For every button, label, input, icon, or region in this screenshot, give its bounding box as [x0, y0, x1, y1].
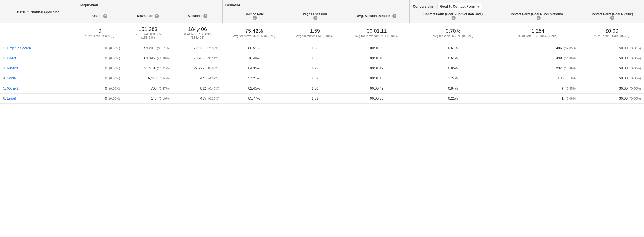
channel-link[interactable]: Email — [7, 96, 16, 100]
table-row: 1. Organic Search 0 (0.00%) 59,201 (39.1… — [0, 43, 644, 53]
cell-conv-val: $0.00 (0.00%) — [580, 63, 644, 73]
totals-avg-session: 00:01:11 Avg for View: 00:01:11 (0.00%) — [344, 23, 410, 43]
users-pct: (0.00%) — [109, 67, 120, 70]
cell-bounce: 80.51% — [222, 43, 286, 53]
cell-users: 0 (0.00%) — [76, 53, 123, 63]
col-header-new-users: New Users ? — [123, 11, 173, 23]
col-header-conv-value: Contact Form (Goal 6 Value) ? — [580, 11, 644, 23]
cell-conv-val: $0.00 (0.00%) — [580, 53, 644, 63]
conv-val-pct: (0.00%) — [630, 57, 641, 60]
conv-val-pct: (0.00%) — [630, 46, 641, 50]
conv-comp-value: 486 — [556, 46, 562, 50]
conv-val-help-icon[interactable]: ? — [610, 16, 614, 20]
cell-conv-rate: 0.21% — [410, 94, 496, 104]
data-rows: 1. Organic Search 0 (0.00%) 59,201 (39.1… — [0, 43, 644, 104]
first-col-header: Default Channel Grouping — [0, 0, 76, 23]
conv-comp-help-icon[interactable]: ? — [537, 16, 541, 20]
conv-comp-pct: (37.85%) — [564, 46, 577, 50]
channel-link[interactable]: Social — [7, 76, 16, 80]
new-users-help-icon[interactable]: ? — [155, 14, 159, 18]
cell-sessions: 8,471 (4.59%) — [173, 73, 222, 83]
totals-conv-comp: 1,284 % of Total: 100.00% (1,284) — [496, 23, 580, 43]
sessions-help-icon[interactable]: ? — [203, 14, 207, 18]
cell-sessions: 485 (0.26%) — [173, 94, 222, 104]
new-users-pct: (39.11%) — [157, 46, 170, 50]
behavior-label: Behavior — [225, 3, 240, 7]
cell-users: 0 (0.00%) — [76, 94, 123, 104]
totals-sessions: 184,406 % of Total: 100.00% (184,406) — [173, 23, 222, 43]
cell-conv-val: $0.00 (0.00%) — [580, 73, 644, 83]
behavior-header: Behavior — [222, 0, 410, 11]
acquisition-label: Acquisition — [79, 3, 98, 7]
row-number: 5. — [3, 86, 6, 90]
cell-conv-rate: 0.61% — [410, 53, 496, 63]
avg-session-help-icon[interactable]: ? — [392, 14, 396, 18]
cell-pages: 1.31 — [286, 94, 344, 104]
cell-conv-rate: 0.67% — [410, 43, 496, 53]
row-channel-cell: 1. Organic Search — [0, 43, 76, 53]
cell-new-users: 148 (0.10%) — [123, 94, 173, 104]
totals-row: 0 % of Total: 0.00% (0) 151,383 % of Tot… — [0, 23, 644, 43]
totals-users: 0 % of Total: 0.00% (0) — [76, 23, 123, 43]
row-number: 4. — [3, 76, 6, 80]
cell-new-users: 6,413 (4.24%) — [123, 73, 173, 83]
conversions-header: Conversions Goal 6: Contact Form ▼ — [410, 0, 644, 11]
cell-new-users: 63,395 (41.88%) — [123, 53, 173, 63]
table-row: 3. Referral 0 (0.00%) 21,518 (14.21%) 27… — [0, 63, 644, 73]
sessions-pct: (39.55%) — [207, 46, 219, 50]
cell-conv-comp: 105 (8.18%) — [496, 73, 580, 83]
conv-comp-value: 237 — [556, 66, 562, 70]
conv-val-pct: (0.00%) — [630, 87, 641, 90]
cell-conv-rate: 0.85% — [410, 63, 496, 73]
cell-sessions: 832 (0.45%) — [173, 83, 222, 94]
cell-bounce: 64.35% — [222, 63, 286, 73]
col-header-conv-rate: Contact Form (Goal 6 Conversion Rate) ? — [410, 11, 496, 23]
cell-pages: 1.58 — [286, 43, 344, 53]
channel-link[interactable]: (Other) — [7, 86, 18, 90]
channel-link[interactable]: Referral — [7, 66, 19, 70]
pages-help-icon[interactable]: ? — [313, 16, 317, 20]
cell-conv-val: $0.00 (0.00%) — [580, 83, 644, 94]
channel-link[interactable]: Organic Search — [7, 46, 31, 50]
new-users-pct: (0.47%) — [159, 87, 170, 90]
table-row: 6. Email 0 (0.00%) 148 (0.10%) 485 (0.26… — [0, 94, 644, 104]
cell-bounce: 85.77% — [222, 94, 286, 104]
cell-users: 0 (0.00%) — [76, 73, 123, 83]
cell-bounce: 82.45% — [222, 83, 286, 94]
cell-conv-comp: 448 (34.89%) — [496, 53, 580, 63]
cell-sessions: 72,933 (39.55%) — [173, 43, 222, 53]
bounce-help-icon[interactable]: ? — [253, 16, 257, 20]
col-header-avg-session: Avg. Session Duration ? — [344, 11, 410, 23]
users-pct: (0.00%) — [109, 46, 120, 50]
cell-avg-session: 00:00:49 — [344, 83, 410, 94]
channel-link[interactable]: Direct — [7, 56, 16, 60]
totals-conv-rate: 0.70% Avg for View: 0.70% (0.00%) — [410, 23, 496, 43]
sessions-pct: (40.11%) — [207, 57, 219, 60]
cell-avg-session: 00:01:15 — [344, 73, 410, 83]
cell-avg-session: 00:01:10 — [344, 53, 410, 63]
conv-rate-help-icon[interactable]: ? — [452, 16, 456, 20]
users-pct: (0.00%) — [109, 57, 120, 60]
new-users-pct: (4.24%) — [159, 77, 170, 80]
row-number: 6. — [3, 96, 6, 100]
users-help-icon[interactable]: ? — [103, 14, 107, 18]
conv-comp-pct: (0.08%) — [566, 97, 577, 100]
cell-users: 0 (0.00%) — [76, 83, 123, 94]
cell-conv-val: $0.00 (0.00%) — [580, 43, 644, 53]
users-pct: (0.00%) — [109, 77, 120, 80]
chevron-down-icon: ▼ — [477, 5, 480, 8]
row-channel-cell: 3. Referral — [0, 63, 76, 73]
analytics-table-container: Default Channel Grouping Acquisition Beh… — [0, 0, 644, 104]
cell-pages: 1.69 — [286, 73, 344, 83]
conv-comp-pct: (0.55%) — [566, 87, 577, 90]
row-channel-cell: 6. Email — [0, 94, 76, 104]
new-users-pct: (0.10%) — [159, 97, 170, 100]
totals-pages: 1.59 Avg for View: 1.59 (0.00%) — [286, 23, 344, 43]
goal-dropdown[interactable]: Goal 6: Contact Form ▼ — [437, 3, 482, 10]
cell-sessions: 73,963 (40.11%) — [173, 53, 222, 63]
sort-arrow-icon[interactable]: ↓ — [565, 12, 566, 16]
row-number: 2. — [3, 56, 6, 60]
col-header-bounce: Bounce Rate ? — [222, 11, 286, 23]
cell-conv-comp: 1 (0.08%) — [496, 94, 580, 104]
conv-comp-value: 448 — [556, 56, 562, 60]
